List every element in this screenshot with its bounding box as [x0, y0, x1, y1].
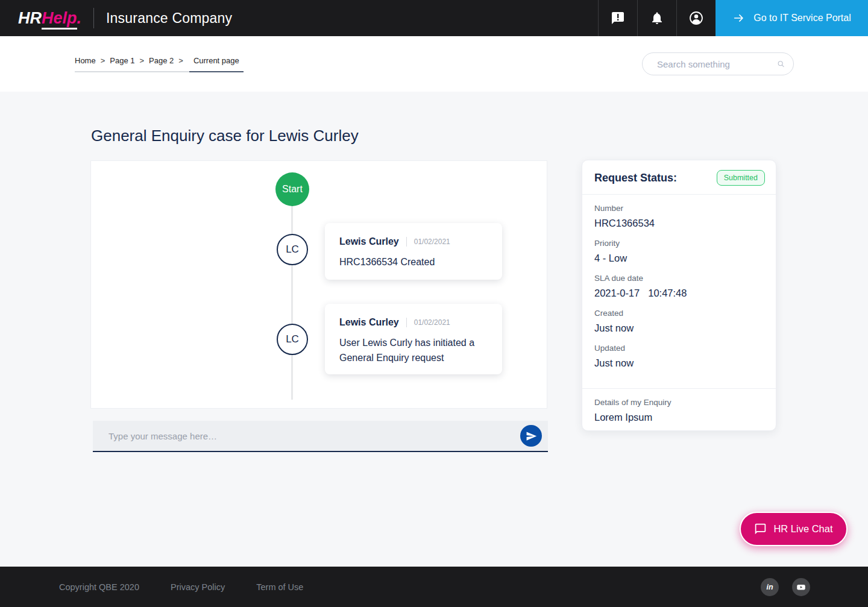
timeline-event-card: Lewis Curley 01/02/2021 HRC1366534 Creat… — [325, 223, 502, 280]
privacy-policy-link[interactable]: Privacy Policy — [171, 582, 225, 592]
logo[interactable]: HRHelp. Insurance Company — [0, 0, 232, 36]
request-status-panel: Request Status: Submitted Number HRC1366… — [582, 160, 776, 431]
linkedin-icon[interactable]: in — [761, 578, 779, 596]
field-label: Created — [594, 309, 764, 318]
sla-time: 10:47:48 — [648, 288, 687, 298]
feedback-icon — [611, 11, 625, 25]
sub-header: Home > Page 1 > Page 2 > Current page — [0, 36, 868, 92]
case-timeline-panel: Start LC Lewis Curley 01/02/2021 HRC1366… — [90, 160, 547, 409]
avatar: LC — [277, 234, 308, 265]
live-chat-label: HR Live Chat — [773, 523, 832, 535]
logo-divider — [93, 8, 94, 28]
field-label: Number — [594, 204, 764, 213]
portal-button-label: Go to IT Service Portal — [753, 13, 851, 24]
feedback-button[interactable] — [598, 0, 637, 36]
page-title: General Enquiry case for Lewis Curley — [91, 127, 359, 145]
breadcrumb-page2[interactable]: Page 2 — [149, 56, 174, 65]
breadcrumb-trail: Home > Page 1 > Page 2 > — [75, 56, 189, 72]
field-priority: Priority 4 - Low — [594, 239, 764, 264]
topbar-actions: Go to IT Service Portal — [598, 0, 868, 36]
logo-hr-text: HR — [18, 9, 42, 27]
breadcrumb-separator: > — [178, 56, 183, 65]
breadcrumb-separator: > — [139, 56, 144, 65]
card-divider — [406, 318, 407, 327]
app-title: Insurance Company — [106, 10, 232, 27]
message-input[interactable] — [108, 431, 520, 441]
field-created: Created Just now — [594, 309, 764, 334]
logo-help-text: Help — [42, 9, 77, 30]
event-author: Lewis Curley — [339, 317, 399, 328]
card-divider — [406, 237, 407, 247]
top-bar: HRHelp. Insurance Company — [0, 0, 868, 36]
timeline-event-card: Lewis Curley 01/02/2021 User Lewis Curly… — [325, 304, 502, 374]
enquiry-details: Details of my Enquiry Lorem Ipsum — [582, 389, 776, 432]
event-date: 01/02/2021 — [414, 237, 450, 246]
avatar: LC — [277, 324, 308, 355]
search-input[interactable] — [657, 59, 777, 69]
send-button[interactable] — [520, 425, 542, 447]
event-date: 01/02/2021 — [414, 318, 450, 327]
hrhelp-logo[interactable]: HRHelp. — [18, 9, 81, 28]
field-updated: Updated Just now — [594, 344, 764, 369]
event-author: Lewis Curley — [339, 236, 399, 247]
message-input-bar[interactable] — [93, 421, 548, 452]
event-message: User Lewis Curly has initiated a General… — [339, 336, 488, 366]
breadcrumb: Home > Page 1 > Page 2 > Current page — [75, 56, 244, 72]
breadcrumb-current-page: Current page — [189, 56, 244, 72]
field-label: Details of my Enquiry — [594, 398, 764, 407]
youtube-icon[interactable] — [792, 578, 810, 596]
field-sla-due-date: SLA due date 2021-0-1710:47:48 — [594, 274, 764, 299]
bell-icon — [650, 11, 664, 25]
youtube-play-icon — [796, 582, 807, 593]
copyright-text: Copyright QBE 2020 — [59, 582, 139, 592]
request-fields: Number HRC1366534 Priority 4 - Low SLA d… — [582, 195, 776, 389]
account-icon — [688, 10, 704, 26]
panel-header: Request Status: Submitted — [582, 160, 776, 195]
sla-date: 2021-0-17 — [594, 288, 640, 298]
timeline-line — [291, 189, 293, 400]
account-button[interactable] — [676, 0, 715, 36]
field-label: SLA due date — [594, 274, 764, 283]
field-number: Number HRC1366534 — [594, 204, 764, 229]
notifications-button[interactable] — [637, 0, 676, 36]
send-icon — [526, 430, 537, 442]
chat-bubble-icon — [754, 523, 767, 535]
field-value: HRC1366534 — [594, 218, 764, 229]
field-value: Just now — [594, 357, 764, 369]
card-header: Lewis Curley 01/02/2021 — [339, 317, 488, 328]
status-badge: Submitted — [717, 170, 765, 186]
logo-dot: . — [77, 9, 82, 27]
request-status-title: Request Status: — [594, 172, 677, 184]
field-value: 2021-0-1710:47:48 — [594, 288, 764, 299]
field-label: Updated — [594, 344, 764, 353]
timeline-start-node: Start — [275, 172, 309, 206]
search-box[interactable] — [642, 52, 794, 75]
search-icon[interactable] — [777, 57, 785, 71]
breadcrumb-separator: > — [101, 56, 105, 65]
hr-live-chat-button[interactable]: HR Live Chat — [740, 512, 848, 546]
arrow-right-icon — [732, 11, 746, 25]
breadcrumb-page1[interactable]: Page 1 — [110, 56, 134, 65]
field-value: Just now — [594, 322, 764, 334]
field-value: Lorem Ipsum — [594, 412, 764, 423]
event-message: HRC1366534 Created — [339, 255, 488, 270]
card-header: Lewis Curley 01/02/2021 — [339, 236, 488, 247]
field-label: Priority — [594, 239, 764, 248]
field-value: 4 - Low — [594, 253, 764, 264]
breadcrumb-home[interactable]: Home — [75, 56, 96, 65]
main-content: General Enquiry case for Lewis Curley St… — [0, 92, 868, 567]
footer: Copyright QBE 2020 Privacy Policy Term o… — [0, 567, 868, 607]
term-of-use-link[interactable]: Term of Use — [256, 582, 303, 592]
social-links: in — [761, 578, 810, 596]
it-service-portal-button[interactable]: Go to IT Service Portal — [715, 0, 868, 36]
